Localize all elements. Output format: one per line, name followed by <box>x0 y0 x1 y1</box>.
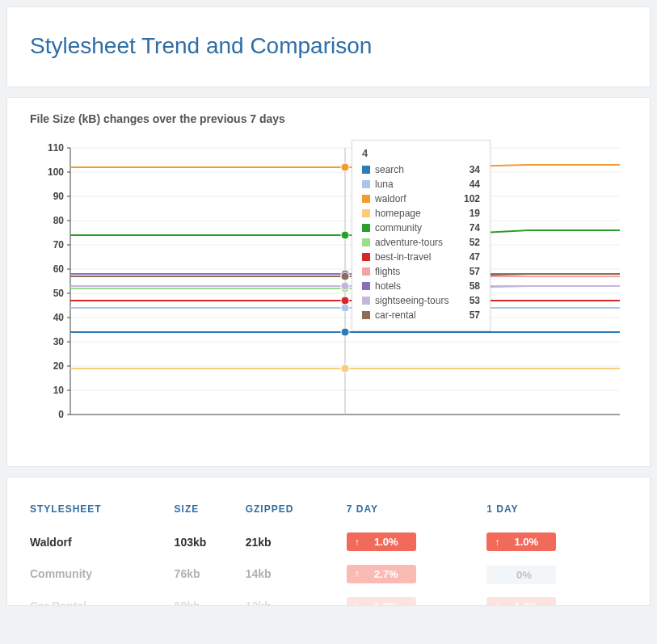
tooltip-series-name: adventure-tours <box>375 237 443 248</box>
tooltip-row: adventure-tours52 <box>362 235 480 250</box>
svg-point-43 <box>341 231 349 239</box>
tooltip-series-name: hotels <box>375 280 401 292</box>
svg-text:60: 60 <box>53 263 65 275</box>
legend-swatch <box>362 195 370 203</box>
tooltip-series-value: 58 <box>470 280 480 292</box>
svg-point-48 <box>341 282 349 290</box>
th-gzipped[interactable]: Gzipped <box>246 497 347 526</box>
header-card: Stylesheet Trend and Comparison <box>6 6 651 87</box>
chart-card: File Size (kB) changes over the previous… <box>6 97 651 467</box>
th-size[interactable]: Size <box>175 497 246 526</box>
cell-gzip: 14kb <box>246 558 347 591</box>
svg-text:20: 20 <box>53 360 65 372</box>
arrow-up-icon: ↑ <box>495 601 499 606</box>
tooltip-series-value: 19 <box>470 208 480 219</box>
change-badge: ↑1.0% <box>486 532 556 551</box>
cell-name: Car Rental <box>30 591 175 607</box>
tooltip-series-name: search <box>375 164 404 175</box>
cell-7day: ↑2.7% <box>347 558 487 591</box>
legend-swatch <box>362 297 370 305</box>
svg-text:10: 10 <box>53 385 65 396</box>
tooltip-series-value: 57 <box>470 309 480 321</box>
tooltip-series-value: 44 <box>470 179 480 190</box>
cell-size: 103kb <box>175 526 246 558</box>
chart-tooltip: 4 search34luna44waldorf102homepage19comm… <box>352 140 491 331</box>
legend-swatch <box>362 311 370 319</box>
cell-gzip: 12kb <box>246 591 347 607</box>
change-badge: ↑1.8% <box>486 597 556 607</box>
tooltip-series-value: 52 <box>470 237 480 248</box>
svg-text:30: 30 <box>53 336 65 347</box>
tooltip-row: luna44 <box>362 177 480 192</box>
arrow-up-icon: ↑ <box>355 569 360 579</box>
tooltip-x-value: 4 <box>362 147 480 159</box>
legend-swatch <box>362 180 370 188</box>
tooltip-series-value: 102 <box>464 193 480 204</box>
legend-swatch <box>362 209 370 217</box>
cell-7day: ↑1.8% <box>347 591 487 607</box>
cell-7day: ↑1.0% <box>347 526 487 558</box>
tooltip-row: best-in-travel47 <box>362 250 480 264</box>
tooltip-series-value: 47 <box>470 251 480 263</box>
table-row[interactable]: Car Rental58kb12kb↑1.8%↑1.8% <box>30 591 627 607</box>
arrow-up-icon: ↑ <box>355 537 360 547</box>
change-badge: ↑1.0% <box>347 532 416 551</box>
legend-swatch <box>362 282 370 290</box>
th-7day[interactable]: 7 Day <box>347 497 487 526</box>
legend-swatch <box>362 253 370 261</box>
page-title: Stylesheet Trend and Comparison <box>30 33 627 59</box>
arrow-up-icon: ↑ <box>495 537 499 547</box>
tooltip-series-value: 57 <box>470 266 480 277</box>
table-row[interactable]: Waldorf103kb21kb↑1.0%↑1.0% <box>30 526 627 558</box>
svg-text:70: 70 <box>53 239 65 250</box>
tooltip-row: search34 <box>362 162 480 177</box>
svg-point-45 <box>341 297 349 305</box>
tooltip-row: sightseeing-tours53 <box>362 293 480 308</box>
stylesheet-table: Stylesheet Size Gzipped 7 Day 1 Day Wald… <box>30 497 627 606</box>
th-stylesheet[interactable]: Stylesheet <box>30 497 175 526</box>
tooltip-series-value: 34 <box>470 164 480 175</box>
legend-swatch <box>362 166 370 174</box>
change-badge: ↑2.7% <box>347 565 416 583</box>
legend-swatch <box>362 238 370 246</box>
cell-size: 76kb <box>175 558 246 591</box>
svg-text:40: 40 <box>53 312 65 323</box>
tooltip-series-name: best-in-travel <box>375 251 431 263</box>
svg-text:50: 50 <box>53 288 65 299</box>
svg-text:90: 90 <box>53 191 65 202</box>
th-1day[interactable]: 1 Day <box>486 497 627 526</box>
change-badge: ↑1.8% <box>347 597 416 607</box>
svg-point-41 <box>341 163 349 171</box>
line-chart[interactable]: 0102030405060708090100110 4 search34luna… <box>30 140 627 447</box>
tooltip-series-value: 74 <box>470 222 480 234</box>
table-row[interactable]: Community76kb14kb↑2.7%0% <box>30 558 627 591</box>
cell-1day: ↑1.0% <box>486 526 627 558</box>
tooltip-series-name: car-rental <box>375 309 416 321</box>
cell-name: Waldorf <box>30 526 175 558</box>
tooltip-series-name: community <box>375 222 422 234</box>
tooltip-series-name: luna <box>375 179 394 190</box>
tooltip-row: car-rental57 <box>362 308 480 322</box>
tooltip-row: flights57 <box>362 264 480 279</box>
svg-point-42 <box>341 364 349 373</box>
tooltip-series-name: flights <box>375 266 400 277</box>
tooltip-row: community74 <box>362 221 480 235</box>
cell-gzip: 21kb <box>246 526 347 558</box>
svg-point-39 <box>341 328 349 336</box>
table-card: Stylesheet Size Gzipped 7 Day 1 Day Wald… <box>6 477 651 606</box>
tooltip-series-name: waldorf <box>375 193 406 204</box>
legend-swatch <box>362 224 370 232</box>
cell-size: 58kb <box>175 591 246 607</box>
cell-1day: ↑1.8% <box>486 591 627 607</box>
legend-swatch <box>362 267 370 276</box>
change-badge: 0% <box>486 566 556 584</box>
cell-name: Community <box>30 558 175 591</box>
tooltip-series-value: 53 <box>470 295 480 306</box>
cell-1day: 0% <box>486 558 627 591</box>
svg-text:100: 100 <box>48 166 64 178</box>
svg-text:0: 0 <box>58 409 64 420</box>
svg-text:110: 110 <box>48 142 64 154</box>
chart-title: File Size (kB) changes over the previous… <box>30 112 627 125</box>
svg-text:80: 80 <box>53 215 65 226</box>
tooltip-row: homepage19 <box>362 206 480 221</box>
